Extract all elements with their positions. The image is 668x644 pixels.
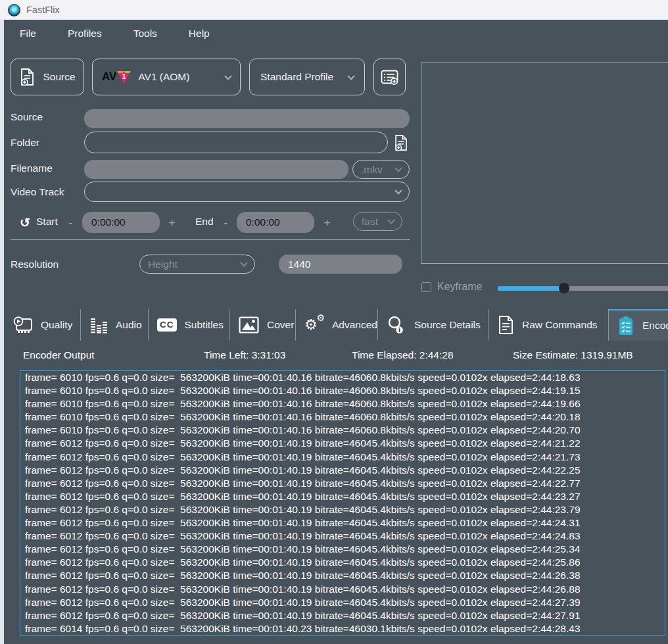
clipboard-icon [617, 316, 634, 336]
source-input[interactable] [84, 109, 410, 128]
time-elapsed-value: Time Elapsed: 2:44:28 [352, 349, 454, 361]
log-line: frame= 6012 fps=0.6 q=0.0 size= 563200Ki… [20, 437, 665, 450]
fastflix-logo-icon [8, 4, 20, 16]
size-estimate-value: Size Estimate: 1319.91MB [513, 349, 633, 361]
tab-advanced[interactable]: ⚙ ⚙ Advanced [296, 309, 378, 341]
menubar: File Profiles Tools Help [4, 25, 211, 42]
video-track-label: Video Track [11, 186, 64, 198]
log-line: frame= 6014 fps=0.6 q=0.0 size= 563200Ki… [20, 622, 665, 635]
tabbar: Quality Audio CC Subtitles [4, 309, 668, 341]
tab-label: Encode Status [642, 320, 668, 332]
log-line: frame= 6012 fps=0.6 q=0.0 size= 563200Ki… [20, 569, 665, 582]
tab-source-details[interactable]: Source Details [378, 309, 489, 341]
menu-help[interactable]: Help [187, 25, 211, 42]
end-label: End [195, 216, 214, 228]
section-divider [11, 239, 410, 240]
svg-text:1: 1 [122, 72, 126, 80]
menu-profiles[interactable]: Profiles [66, 25, 103, 42]
window-title: FastFlix [26, 5, 60, 15]
source-label: Source [11, 111, 43, 123]
log-line: frame= 6012 fps=0.6 q=0.0 size= 563200Ki… [20, 451, 665, 464]
tab-label: Source Details [414, 319, 481, 331]
tab-audio[interactable]: Audio [81, 309, 149, 341]
log-line: frame= 6012 fps=0.6 q=0.0 size= 563200Ki… [20, 503, 665, 516]
tab-quality[interactable]: Quality [4, 309, 81, 341]
titlebar[interactable]: FastFlix [0, 0, 668, 20]
slider-fill [498, 286, 563, 291]
log-line: frame= 6012 fps=0.6 q=0.0 size= 563200Ki… [20, 556, 665, 569]
tab-label: Subtitles [185, 319, 224, 331]
list-plus-icon [381, 68, 398, 86]
log-line: frame= 6012 fps=0.6 q=0.0 size= 563200Ki… [20, 477, 665, 490]
encoder-select[interactable]: AV 1 AV1 (AOM) [92, 59, 241, 95]
encoder-log[interactable]: frame= 6010 fps=0.6 q=0.0 size= 563200Ki… [20, 370, 665, 636]
profile-select-value: Standard Profile [260, 71, 333, 83]
resolution-mode-value: Height [148, 259, 178, 270]
av1-logo-icon: AV 1 [102, 70, 131, 84]
tab-label: Quality [41, 319, 72, 331]
tab-label: Cover [267, 319, 294, 331]
source-button[interactable]: Source [11, 59, 84, 95]
resolution-label: Resolution [11, 259, 59, 270]
log-line: frame= 6012 fps=0.6 q=0.0 size= 563200Ki… [20, 583, 665, 596]
filename-input[interactable] [84, 160, 348, 179]
menu-file[interactable]: File [18, 25, 37, 42]
chevron-down-icon [224, 72, 231, 80]
tab-raw-commands[interactable]: Raw Commands [489, 309, 609, 341]
preview-slider[interactable] [498, 283, 668, 293]
fastflix-window: FastFlix File Profiles Tools Help Source… [0, 0, 668, 644]
keyframe-label: Keyframe [437, 281, 482, 293]
slider-handle[interactable] [559, 283, 569, 293]
end-time-input[interactable] [237, 212, 314, 233]
log-line: frame= 6010 fps=0.6 q=0.0 size= 563200Ki… [20, 384, 665, 397]
tab-cover[interactable]: Cover [230, 309, 296, 341]
log-line: frame= 6012 fps=0.6 q=0.0 size= 563200Ki… [20, 490, 665, 503]
video-track-select[interactable] [84, 182, 410, 202]
file-plus-icon [19, 68, 36, 87]
chevron-down-icon [240, 259, 247, 266]
end-increase-button[interactable]: + [323, 216, 331, 229]
folder-label: Folder [11, 137, 39, 149]
resolution-input[interactable] [279, 255, 402, 274]
tab-label: Audio [116, 319, 142, 331]
source-button-label: Source [43, 71, 75, 83]
menu-tools[interactable]: Tools [132, 25, 158, 42]
seek-speed-value: fast [362, 216, 378, 228]
resolution-mode-select[interactable]: Height [139, 255, 255, 274]
add-profile-button[interactable] [373, 59, 406, 95]
closed-captions-icon: CC [157, 318, 177, 332]
log-line: frame= 6012 fps=0.6 q=0.0 size= 563200Ki… [20, 596, 665, 609]
end-decrease-button[interactable]: - [224, 216, 227, 229]
log-line: frame= 6010 fps=0.6 q=0.0 size= 563200Ki… [20, 410, 665, 424]
reset-trim-button[interactable]: ↺ [16, 214, 34, 231]
encoder-output-title: Encoder Output [23, 349, 95, 361]
folder-browse-button[interactable] [393, 134, 409, 152]
extension-select-value: .mkv [361, 164, 383, 176]
log-line: frame= 6012 fps=0.6 q=0.0 size= 563200Ki… [20, 543, 665, 556]
gears-icon: ⚙ ⚙ [304, 315, 324, 335]
profile-select[interactable]: Standard Profile [249, 59, 365, 95]
tab-encode-status[interactable]: Encode Status [609, 309, 668, 341]
chevron-down-icon [394, 164, 402, 172]
start-increase-button[interactable]: + [168, 216, 176, 229]
tab-label: Raw Commands [522, 319, 598, 331]
video-preview [421, 62, 668, 264]
extension-select[interactable]: .mkv [352, 160, 410, 179]
tab-subtitles[interactable]: CC Subtitles [149, 309, 230, 341]
encoder-select-value: AV1 (AOM) [138, 71, 189, 83]
chevron-down-icon [387, 216, 394, 224]
filename-label: Filename [11, 162, 53, 174]
folder-input[interactable] [84, 132, 388, 153]
log-line: frame= 6010 fps=0.6 q=0.0 size= 563200Ki… [20, 371, 665, 384]
log-line: frame= 6012 fps=0.6 q=0.0 size= 563200Ki… [20, 609, 665, 622]
start-decrease-button[interactable]: - [68, 216, 72, 229]
equalizer-icon [89, 316, 108, 334]
log-line: frame= 6012 fps=0.6 q=0.0 size= 563200Ki… [20, 530, 665, 543]
chevron-down-icon [347, 72, 354, 80]
keyframe-checkbox[interactable] [421, 282, 431, 292]
start-time-input[interactable] [82, 212, 160, 233]
seek-speed-select[interactable]: fast [353, 212, 402, 231]
start-label: Start [36, 216, 58, 228]
document-lines-icon [497, 315, 514, 335]
tab-label: Advanced [332, 319, 377, 331]
